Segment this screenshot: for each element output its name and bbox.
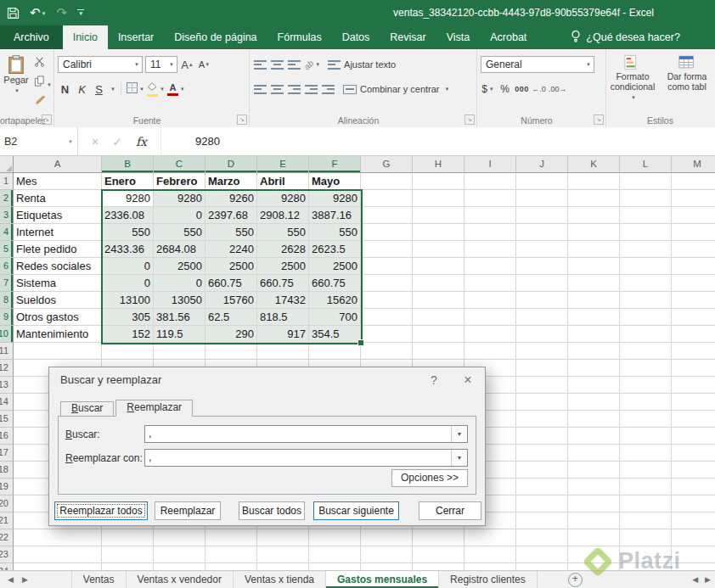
cell-B10[interactable]: 152 [102, 326, 154, 343]
hscroll-left-icon[interactable]: ◀ [692, 575, 698, 584]
row-header-19[interactable]: 19 [0, 479, 14, 496]
cell-D1[interactable]: Marzo [205, 173, 257, 190]
cell-L2[interactable] [620, 190, 672, 207]
cell-B5[interactable]: 2433.36 [102, 241, 154, 258]
ribbon-tab-insertar[interactable]: Insertar [108, 25, 164, 49]
cell-C5[interactable]: 2684.08 [154, 241, 205, 258]
cell-C1[interactable]: Febrero [154, 173, 205, 190]
row-header-12[interactable]: 12 [0, 360, 14, 377]
cell-K5[interactable] [568, 241, 620, 258]
cell-K10[interactable] [568, 326, 620, 343]
cell-L7[interactable] [620, 275, 672, 292]
cell-B11[interactable] [102, 343, 154, 360]
cell-D3[interactable]: 2397.68 [205, 207, 257, 224]
format-as-table-button[interactable]: Dar forma como tabl [662, 54, 712, 92]
cell-K22[interactable] [568, 529, 620, 546]
cell-L21[interactable] [620, 512, 672, 529]
cell-K1[interactable] [568, 173, 620, 190]
cell-K11[interactable] [568, 343, 620, 360]
cell-B6[interactable]: 0 [102, 258, 154, 275]
cell-M22[interactable] [672, 529, 715, 546]
cell-J18[interactable] [516, 462, 568, 479]
cell-B9[interactable]: 305 [102, 309, 154, 326]
cell-F11[interactable] [309, 343, 361, 360]
cell-D23[interactable] [205, 546, 257, 563]
cell-F24[interactable] [309, 563, 361, 570]
cell-H23[interactable] [413, 546, 464, 563]
cell-L22[interactable] [620, 529, 672, 546]
sheet-tab-ventas[interactable]: Ventas [71, 571, 127, 588]
cell-F4[interactable]: 550 [309, 224, 361, 241]
cell-L10[interactable] [620, 326, 672, 343]
cell-J21[interactable] [516, 512, 568, 529]
cell-I9[interactable] [464, 309, 516, 326]
row-header-3[interactable]: 3 [0, 207, 14, 224]
cell-G5[interactable] [361, 241, 413, 258]
cell-E8[interactable]: 17432 [257, 292, 309, 309]
row-header-16[interactable]: 16 [0, 428, 14, 445]
reemplazar-todos-button[interactable]: Reemplazar todos [54, 501, 148, 520]
cell-J9[interactable] [516, 309, 568, 326]
row-header-6[interactable]: 6 [0, 258, 14, 275]
cell-G10[interactable] [361, 326, 413, 343]
enter-icon[interactable]: ✓ [112, 135, 122, 148]
cell-L23[interactable] [620, 546, 672, 563]
cell-H11[interactable] [413, 343, 464, 360]
cell-M18[interactable] [672, 462, 715, 479]
align-center-button[interactable] [270, 81, 284, 98]
cell-M8[interactable] [672, 292, 715, 309]
column-header-G[interactable]: G [361, 156, 413, 173]
borders-button[interactable]: ▼ [127, 81, 144, 98]
sheet-tab-gastos-mensuales[interactable]: Gastos mensuales [326, 571, 439, 588]
hscroll-right-icon[interactable]: ▶ [705, 575, 711, 584]
cell-J12[interactable] [516, 360, 568, 377]
customize-toolbar-button[interactable]: ▼ [77, 9, 84, 17]
cell-I7[interactable] [464, 275, 516, 292]
cell-D4[interactable]: 550 [205, 224, 257, 241]
cell-K16[interactable] [568, 428, 620, 445]
cell-D7[interactable]: 660.75 [205, 275, 257, 292]
cell-L3[interactable] [620, 207, 672, 224]
cell-K15[interactable] [568, 411, 620, 428]
cell-C22[interactable] [154, 529, 205, 546]
name-box-dropdown-icon[interactable]: ▼ [68, 139, 73, 144]
cell-K9[interactable] [568, 309, 620, 326]
row-header-17[interactable]: 17 [0, 445, 14, 462]
cell-A23[interactable] [14, 546, 102, 563]
alignment-dialog-launcher[interactable]: ↘ [464, 115, 475, 125]
cell-J5[interactable] [516, 241, 568, 258]
ribbon-tab-archivo[interactable]: Archivo [0, 25, 63, 49]
cell-E3[interactable]: 2908.12 [257, 207, 309, 224]
cell-F23[interactable] [309, 546, 361, 563]
cell-D9[interactable]: 62.5 [205, 309, 257, 326]
find-input[interactable]: , ▼ [144, 425, 468, 443]
cell-E6[interactable]: 2500 [257, 258, 309, 275]
cell-A9[interactable]: Otros gastos [14, 309, 102, 326]
cerrar-button[interactable]: Cerrar [419, 501, 481, 520]
cell-L13[interactable] [620, 377, 672, 394]
row-header-9[interactable]: 9 [0, 309, 14, 326]
row-header-7[interactable]: 7 [0, 275, 14, 292]
cell-J13[interactable] [516, 377, 568, 394]
font-dialog-launcher[interactable]: ↘ [237, 115, 247, 125]
dialog-tab-reemplazar[interactable]: Reemplazar [115, 400, 193, 417]
column-header-H[interactable]: H [413, 156, 464, 173]
cell-H3[interactable] [413, 207, 464, 224]
cell-G8[interactable] [361, 292, 413, 309]
cell-M15[interactable] [672, 411, 715, 428]
top-align-button[interactable] [253, 56, 267, 73]
cell-G22[interactable] [361, 529, 413, 546]
ribbon-tab-diseno-de-pagina[interactable]: Diseño de página [164, 25, 267, 49]
cell-M21[interactable] [672, 512, 715, 529]
merge-center-button[interactable]: Combinar y centrar▼ [343, 84, 450, 94]
cell-A8[interactable]: Sueldos [14, 292, 102, 309]
sheet-tab-ventas-x-tienda[interactable]: Ventas x tienda [234, 571, 326, 588]
cell-D5[interactable]: 2240 [205, 241, 257, 258]
cell-D11[interactable] [205, 343, 257, 360]
cell-L4[interactable] [620, 224, 672, 241]
cell-I24[interactable] [464, 563, 516, 570]
save-icon[interactable] [7, 7, 20, 20]
cell-F22[interactable] [309, 529, 361, 546]
ribbon-tab-formulas[interactable]: Fórmulas [267, 25, 332, 49]
row-header-23[interactable]: 23 [0, 546, 14, 563]
